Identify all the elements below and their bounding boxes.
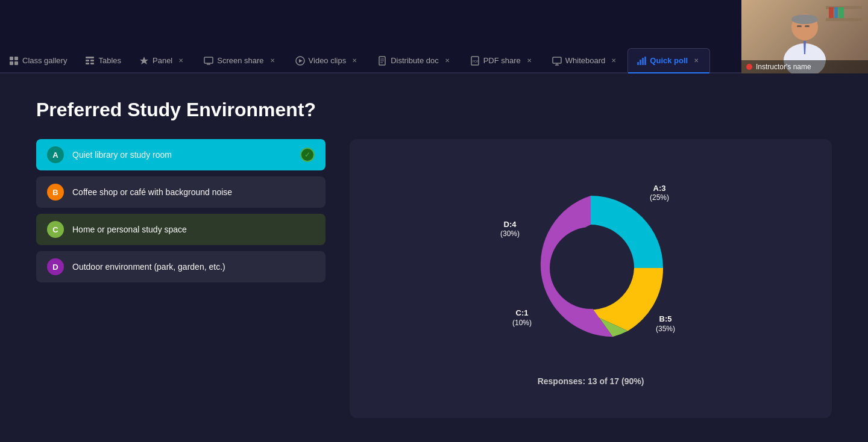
tab-panel[interactable]: Panel ✕ <box>130 48 195 72</box>
chart-label-b: B:5 (35%) <box>656 314 675 334</box>
table-icon <box>85 56 95 66</box>
option-b[interactable]: B Coffee shop or café with background no… <box>36 176 326 208</box>
svg-marker-9 <box>140 57 148 64</box>
tab-video-clips-close[interactable]: ✕ <box>350 56 359 66</box>
whiteboard-icon <box>552 56 562 66</box>
options-list: A Quiet library or study room ✓ B Coffee… <box>36 139 326 418</box>
instructor-name-area: Instructor's name <box>741 60 868 73</box>
poll-icon <box>637 56 646 66</box>
play-icon <box>295 56 305 66</box>
tab-distribute-doc-label: Distribute doc <box>391 56 438 65</box>
live-indicator <box>746 64 752 70</box>
tab-distribute-doc[interactable]: Distribute doc ✕ <box>368 48 461 72</box>
svg-rect-20 <box>553 57 561 63</box>
svg-rect-6 <box>90 60 94 61</box>
svg-rect-4 <box>86 57 94 58</box>
tab-video-clips[interactable]: Video clips ✕ <box>286 48 369 72</box>
option-b-text: Coffee shop or café with background nois… <box>72 187 315 197</box>
tab-panel-close[interactable]: ✕ <box>176 56 186 66</box>
donut-chart: A:3 (25%) B:5 (35%) C:1 (10%) D:4 (30%) <box>494 172 687 364</box>
svg-rect-3 <box>14 61 18 65</box>
svg-rect-34 <box>797 25 802 27</box>
tab-pdf-share[interactable]: PDF PDF share ✕ <box>461 48 543 72</box>
tab-screen-share[interactable]: Screen share ✕ <box>195 48 286 72</box>
tab-pdf-share-label: PDF share <box>483 56 521 65</box>
svg-point-33 <box>791 14 818 24</box>
svg-rect-35 <box>805 25 810 27</box>
svg-rect-24 <box>640 60 641 65</box>
tab-whiteboard-label: Whiteboard <box>565 56 605 65</box>
svg-rect-7 <box>86 63 89 64</box>
tab-quick-poll[interactable]: Quick poll ✕ <box>627 48 710 72</box>
tab-screen-share-label: Screen share <box>217 56 263 65</box>
svg-rect-29 <box>829 7 834 18</box>
option-a-text: Quiet library or study room <box>72 150 292 160</box>
option-a-letter: A <box>47 146 64 163</box>
svg-rect-26 <box>644 57 646 65</box>
option-d[interactable]: D Outdoor environment (park, garden, etc… <box>36 251 326 282</box>
tab-whiteboard[interactable]: Whiteboard ✕ <box>543 48 627 72</box>
main-content: Preferred Study Environment? A Quiet lib… <box>0 75 868 442</box>
pdf-icon: PDF <box>470 56 480 66</box>
svg-rect-28 <box>826 18 862 21</box>
tab-quick-poll-label: Quick poll <box>650 56 688 65</box>
tab-distribute-doc-close[interactable]: ✕ <box>442 56 452 66</box>
option-a-check: ✓ <box>300 148 315 162</box>
tab-video-clips-label: Video clips <box>309 56 347 65</box>
svg-rect-31 <box>838 7 844 18</box>
svg-rect-8 <box>90 63 94 64</box>
donut-hole <box>550 227 632 309</box>
svg-text:PDF: PDF <box>473 60 479 63</box>
instructor-panel: Instructor's name <box>741 0 868 73</box>
option-a[interactable]: A Quiet library or study room ✓ <box>36 139 326 170</box>
svg-rect-25 <box>642 58 644 65</box>
option-d-letter: D <box>47 258 64 275</box>
svg-rect-1 <box>14 57 18 60</box>
grid-icon <box>9 56 19 66</box>
option-b-letter: B <box>47 184 64 201</box>
chart-label-a: A:3 (25%) <box>650 184 669 203</box>
instructor-name: Instructor's name <box>756 63 811 71</box>
option-c[interactable]: C Home or personal study space <box>36 214 326 245</box>
tab-screen-share-close[interactable]: ✕ <box>268 56 277 66</box>
tab-pdf-share-close[interactable]: ✕ <box>524 56 534 66</box>
svg-rect-10 <box>204 57 213 63</box>
svg-rect-0 <box>10 57 13 60</box>
tab-whiteboard-close[interactable]: ✕ <box>609 56 618 66</box>
poll-title: Preferred Study Environment? <box>36 99 832 121</box>
tab-class-gallery-label: Class gallery <box>22 56 67 65</box>
chart-label-d: D:4 (30%) <box>500 220 520 239</box>
tab-class-gallery[interactable]: Class gallery <box>0 48 76 72</box>
svg-marker-13 <box>299 59 303 63</box>
option-c-letter: C <box>47 221 64 238</box>
svg-rect-11 <box>207 64 210 65</box>
tab-bar: Class gallery Tables Panel ✕ Screen shar… <box>0 0 741 73</box>
responses-text: Responses: 13 of 17 (90%) <box>538 376 644 386</box>
svg-rect-2 <box>10 61 13 65</box>
svg-rect-30 <box>834 7 838 18</box>
tab-tables-label: Tables <box>98 56 121 65</box>
option-d-text: Outdoor environment (park, garden, etc.) <box>72 262 315 272</box>
tab-quick-poll-close[interactable]: ✕ <box>691 56 701 66</box>
chart-label-c: C:1 (10%) <box>512 308 532 328</box>
tab-tables[interactable]: Tables <box>76 48 130 72</box>
tab-panel-label: Panel <box>153 56 172 65</box>
option-c-text: Home or personal study space <box>72 225 315 234</box>
doc-icon <box>377 56 387 66</box>
star-icon <box>139 56 149 66</box>
svg-rect-5 <box>86 60 89 61</box>
chart-area: A:3 (25%) B:5 (35%) C:1 (10%) D:4 (30%) … <box>350 139 832 418</box>
svg-rect-23 <box>637 62 639 65</box>
monitor-icon <box>204 56 213 66</box>
poll-body: A Quiet library or study room ✓ B Coffee… <box>36 139 832 418</box>
